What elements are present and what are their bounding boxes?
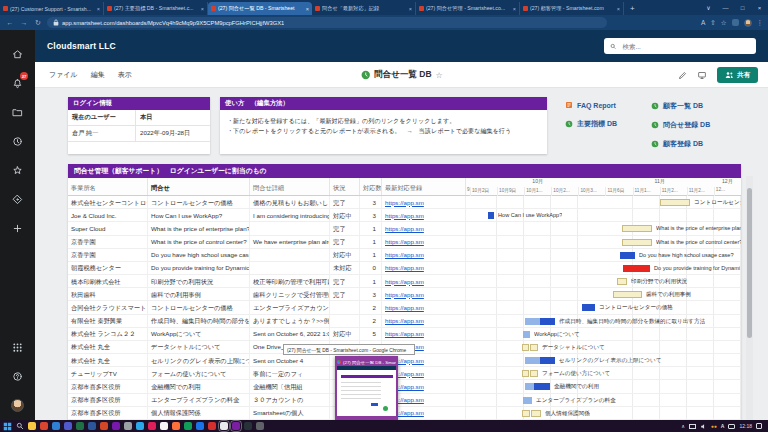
app-icon-12[interactable] [172,422,180,430]
column-header-4[interactable]: 対応数 [360,178,382,195]
tray-volume-icon[interactable] [700,423,707,430]
plus-icon[interactable] [0,214,35,243]
gantt-bar[interactable] [522,370,529,377]
latest-link-cell[interactable]: https://app.sm [382,236,466,248]
app-icon-10[interactable] [148,422,156,430]
gantt-bar[interactable] [530,370,538,377]
edit-pencil-icon[interactable] [678,71,687,80]
latest-link-cell[interactable]: https://app.sm [382,262,466,274]
tray-display-icon[interactable] [689,424,696,429]
latest-link-cell[interactable]: https://app.sm [382,275,466,287]
solution-center-icon[interactable] [0,185,35,214]
bookmark-star-icon[interactable]: ☆ [721,19,727,27]
gantt-bar[interactable] [522,410,530,417]
shortcut-link[interactable]: 問合せ登録 DB [651,120,710,130]
gantt-bar[interactable] [613,291,642,298]
shortcut-link[interactable]: 顧客登録 DB [651,139,710,149]
present-monitor-icon[interactable] [697,71,707,80]
star-icon[interactable] [0,156,35,185]
app-icon-18[interactable] [256,422,264,430]
url-field[interactable]: app.smartsheet.com/dashboards/MpvcVq4h9c… [47,17,607,28]
latest-link-cell[interactable]: https://app.sm [382,288,466,300]
browser-menu-icon[interactable]: ⋮ [757,19,764,27]
gantt-bar[interactable] [617,278,627,285]
app-icon-2[interactable] [52,422,60,430]
gantt-bar[interactable] [525,383,534,390]
app-icon-6[interactable] [100,422,108,430]
tab-close-icon[interactable]: × [617,6,620,12]
app-icon-11[interactable] [160,422,168,430]
tray-ime-indicator[interactable]: A [721,423,725,429]
gantt-bar[interactable] [540,357,555,364]
tab-close-icon[interactable]: × [409,6,412,12]
gantt-bar[interactable] [522,344,529,351]
scrollbar-thumb[interactable] [747,188,752,338]
column-header-3[interactable]: 状況 [330,178,360,195]
home-icon[interactable] [0,40,35,69]
app-icon-14[interactable] [196,422,204,430]
gantt-bar[interactable] [530,344,538,351]
gantt-bar[interactable] [622,239,652,246]
column-header-1[interactable]: 問合せ [148,178,250,195]
gantt-bar[interactable] [488,212,494,219]
latest-link-cell[interactable]: https://app.sm [382,315,466,327]
gantt-bar[interactable] [622,225,652,232]
clock-icon[interactable] [0,127,35,156]
gantt-bar[interactable] [540,318,555,325]
app-icon-1[interactable] [40,422,48,430]
share-button[interactable]: 共有 [717,67,758,83]
shortcut-link[interactable]: FAQ Report [565,101,617,110]
window-close-icon[interactable]: × [751,5,768,11]
back-icon[interactable]: ← [5,19,15,26]
menu-item-2[interactable]: 表示 [118,70,132,80]
action-center-icon[interactable] [756,423,762,429]
shortcut-link[interactable]: 主要指標 DB [565,119,617,129]
gantt-bar[interactable] [534,383,550,390]
browser-tab[interactable]: (27) 主要指標 DB - Smartsheet.c...× [104,2,208,15]
browser-tab[interactable]: (27) Customer Support - Smartsh...× [0,2,104,15]
chrome-icon[interactable] [220,422,228,430]
gantt-bar[interactable] [525,357,540,364]
favorite-star-icon[interactable]: ☆ [436,71,443,80]
help-icon[interactable] [0,362,35,391]
windows-start-icon[interactable] [3,422,12,431]
share-page-icon[interactable]: ⇧ [710,19,715,27]
app-icon-13[interactable] [184,422,192,430]
latest-link-cell[interactable]: https://app.sm [382,249,466,261]
gantt-bar[interactable] [660,199,690,206]
app-icon-5[interactable] [88,422,96,430]
browser-profile-caret-icon[interactable]: ∨ [700,4,717,11]
explorer-icon[interactable] [28,422,36,430]
window-maximize-icon[interactable]: □ [734,5,751,11]
search-input[interactable] [620,42,750,51]
column-header-2[interactable]: 問合せ詳細 [250,178,330,195]
gantt-bar[interactable] [531,410,541,417]
browser-tab[interactable]: 問合せ「最新対応」記録× [312,2,416,15]
tray-clock[interactable]: 12:18 [739,423,752,429]
shortcut-link[interactable]: 顧客一覧 DB [651,101,710,111]
forward-icon[interactable]: → [19,19,29,26]
browser-tab[interactable]: (27) 問合せ一覧 DB - Smartsheet× [208,2,312,15]
gantt-bar[interactable] [620,252,635,259]
new-tab-button[interactable]: + [624,4,641,15]
gantt-bar[interactable] [523,397,532,404]
latest-link-cell[interactable]: https://app.sm [382,328,466,340]
search-box[interactable] [604,38,756,54]
taskbar-window-preview[interactable]: (27) 問合せ一覧 DB - Smartshe... [335,356,398,420]
app-icon-9[interactable] [136,422,144,430]
bell-icon[interactable]: 27 [0,69,35,98]
tray-caret-icon[interactable]: ∧ [681,423,685,429]
app-icon-3[interactable] [64,422,72,430]
app-icon-7[interactable] [112,422,120,430]
page-scrollbar[interactable] [746,176,753,420]
menu-item-1[interactable]: 編集 [91,70,105,80]
app-icon-8[interactable] [124,422,132,430]
latest-link-cell[interactable]: https://app.sm [382,196,466,208]
avatar[interactable] [0,391,35,420]
browser-tab[interactable]: (27) 問合せ管理 - Smartsheet.co...× [416,2,520,15]
tab-close-icon[interactable]: × [513,6,516,12]
preview-thumbnail[interactable] [337,366,396,416]
app-icon-17[interactable] [244,422,252,430]
tab-close-icon[interactable]: × [306,6,309,12]
gantt-bar[interactable] [523,331,530,338]
